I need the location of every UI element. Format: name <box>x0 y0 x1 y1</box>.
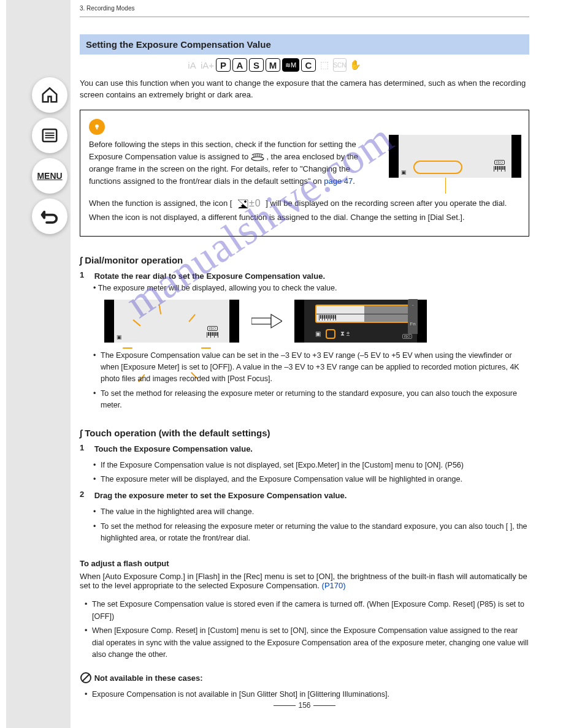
mode-a: A <box>232 58 247 72</box>
touch-step-1: 1 Touch the Exposure Compensation value. <box>80 443 529 455</box>
touch-bullet-1b: The exposure meter will be displayed, an… <box>93 474 529 485</box>
section-touch-heading: ∫ Touch operation (with the default sett… <box>80 428 529 438</box>
arrow-right-icon <box>251 313 282 329</box>
af-icon-a: ▣ <box>117 334 122 340</box>
lightbulb-icon <box>89 119 105 135</box>
ev-value: ±0 <box>249 196 261 211</box>
menu-button[interactable]: MENU <box>32 158 67 194</box>
svg-point-7 <box>251 157 264 161</box>
ev-small-icon: ⧗ ± <box>340 330 350 338</box>
fn-tab: Fn <box>408 306 418 334</box>
rear-dial-icon <box>251 152 267 161</box>
step-1: 1 Rotate the rear dial to set the Exposu… <box>80 270 529 292</box>
camera-panel-preview: ISO ▣ <box>389 135 521 178</box>
breadcrumb: 3. Recording Modes <box>80 5 529 12</box>
back-button[interactable] <box>32 199 67 234</box>
list-button[interactable] <box>32 118 67 153</box>
tip-text-1c: . <box>353 176 355 186</box>
highlight-small-box <box>326 329 335 339</box>
mode-iaplus-ghost-icon: iA+ <box>201 58 214 72</box>
mode-scn-ghost-icon: SCN <box>333 58 347 72</box>
step-1-number: 1 <box>80 270 92 279</box>
page-link-170[interactable]: (P170) <box>322 581 346 590</box>
footer-bullet-1: The set Exposure Compensation value is s… <box>85 599 529 623</box>
mode-p: P <box>216 58 231 72</box>
iso-b: ISO <box>402 334 412 339</box>
nav-button-group: MENU <box>32 77 67 234</box>
mode-creative-ghost-icon: ✋ <box>348 58 362 72</box>
af-point-icon: ▣ <box>401 169 407 175</box>
panel-center: ISO ▣ <box>399 135 511 178</box>
tip-text-2a: When the function is assigned, the icon … <box>89 199 232 208</box>
callout-line <box>445 178 446 194</box>
step-1-sub: • The exposure meter will be displayed, … <box>93 284 529 292</box>
mode-ia-ghost-icon: iA <box>185 58 199 72</box>
panel-before: ISO ▣ <box>104 300 239 343</box>
svg-rect-6 <box>96 127 98 129</box>
flash-subhead: To adjust a flash output <box>80 559 529 568</box>
dial-notes: The Exposure Compensation value can be s… <box>93 350 529 412</box>
notavail-item: Exposure Compensation is not available i… <box>85 689 529 700</box>
mode-row: iA iA+ P A S M ≋M C ⬚ SCN ✋ <box>80 58 529 72</box>
dial-note-2: To set the method for releasing the expo… <box>93 388 529 412</box>
page-title: Setting the Exposure Compensation Value <box>80 34 529 55</box>
mode-m: M <box>266 58 280 72</box>
exposure-ticks-icon <box>494 166 505 172</box>
page-link-47[interactable]: page 47 <box>324 176 353 186</box>
menu-label: MENU <box>37 171 62 181</box>
highlighted-dial-area <box>413 161 462 174</box>
not-available-section: Not available in these cases: Exposure C… <box>80 672 529 700</box>
touch-bullets-1: If the Exposure Compensation value is no… <box>93 460 529 486</box>
panel-left-bar <box>389 135 399 178</box>
touch-step-2: 2 Drag the exposure meter to set the Exp… <box>80 490 529 502</box>
touch-bullet-2a: The value in the highlighted area will c… <box>93 506 529 518</box>
section-dial-monitor-heading: ∫ Dial/monitor operation <box>80 255 529 265</box>
panel-before-iso: ISO <box>207 326 218 338</box>
home-icon <box>40 86 59 104</box>
not-available-icon <box>80 672 92 684</box>
svg-marker-19 <box>271 314 282 328</box>
flash-section: To adjust a flash output When [Auto Expo… <box>80 559 529 590</box>
home-button[interactable] <box>32 77 67 113</box>
intro-text: You can use this function when you want … <box>80 78 529 101</box>
exposure-comp-symbol-icon <box>237 199 249 210</box>
svg-line-21 <box>82 674 90 681</box>
dial-note-1: The Exposure Compensation value can be s… <box>93 350 529 385</box>
mode-s: S <box>249 58 264 72</box>
iso-label: ISO <box>494 160 505 165</box>
before-after-row: ISO ▣ ‹ Fn <box>104 300 529 343</box>
mode-pano-ghost-icon: ⬚ <box>318 58 331 72</box>
flash-text: When [Auto Exposure Comp.] in [Flash] in… <box>80 572 529 590</box>
tip-box: ISO ▣ Before following the steps in this… <box>80 110 529 237</box>
notavail-heading: Not available in these cases: <box>94 673 203 683</box>
page-content: 3. Recording Modes Setting the Exposure … <box>80 0 529 728</box>
tip-paragraph-2: When the function is assigned, the icon … <box>89 196 520 224</box>
touch-section: ∫ Touch operation (with the default sett… <box>80 428 529 545</box>
panel-iso-block: ISO <box>494 160 505 172</box>
ev-icon: ±0 <box>237 196 261 211</box>
footer-bullets: The set Exposure Compensation value is s… <box>85 599 529 661</box>
exposure-meter <box>315 305 413 323</box>
touch-bullets-2: The value in the highlighted area will c… <box>93 506 529 544</box>
panel-right-bar <box>511 135 521 178</box>
panel-after: ‹ Fn ▣ ⧗ ± ISO <box>294 300 427 343</box>
mode-c: C <box>301 58 316 72</box>
svg-rect-18 <box>251 318 271 324</box>
list-icon <box>40 126 59 145</box>
touch-bullet-1a: If the Exposure Compensation value is no… <box>93 460 529 471</box>
touch-bullet-2b: To set the method for releasing the expo… <box>93 521 529 545</box>
panel-after-bottom: ▣ ⧗ ± <box>315 329 350 339</box>
divider <box>80 17 529 17</box>
svg-point-5 <box>95 124 99 128</box>
back-icon <box>40 207 59 226</box>
page-number: 156 <box>80 701 529 710</box>
step-1-text: Rotate the rear dial to set the Exposure… <box>94 270 529 282</box>
footer-bullet-2: When [Exposure Comp. Reset] in [Custom] … <box>85 625 529 661</box>
mode-movie: ≋M <box>282 58 299 72</box>
